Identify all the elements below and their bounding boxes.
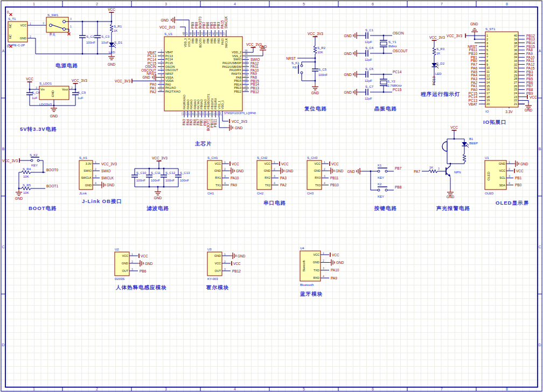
resistor-icon[interactable]	[463, 154, 466, 162]
pin-number[interactable]: 3	[131, 268, 133, 271]
pin-name[interactable]: PB11/RX	[214, 98, 217, 109]
ch1-designator[interactable]: S_CH1	[207, 156, 218, 159]
pin-number[interactable]: 17	[194, 113, 198, 116]
wire[interactable]	[39, 160, 43, 172]
pin-number[interactable]: 1	[131, 253, 133, 256]
ref-label[interactable]: S_Y1	[388, 40, 396, 44]
section-title[interactable]: 霍尔模块	[206, 284, 229, 290]
pin-name[interactable]: 1	[486, 34, 488, 37]
pin-name[interactable]: PB13	[234, 86, 241, 89]
pin-number[interactable]: 1	[161, 49, 162, 52]
border-label[interactable]: 1	[33, 2, 35, 6]
pin-number[interactable]: 25	[245, 88, 248, 92]
pin-name[interactable]: PA9/TX	[231, 72, 241, 75]
section-title[interactable]: IO拓展口	[483, 119, 507, 125]
pin-number[interactable]: 2	[71, 86, 73, 89]
io-header-designator[interactable]: S_ST1	[485, 27, 496, 31]
pin-name[interactable]: VCC	[264, 162, 270, 165]
ref-label[interactable]: 100nF	[151, 179, 160, 182]
border-label[interactable]: 1	[33, 387, 35, 391]
pin-name[interactable]: PB2/BOOT1	[207, 94, 210, 109]
section-title[interactable]: 滤波电路	[147, 205, 169, 211]
pin-number[interactable]: 37	[222, 32, 226, 35]
ref-label[interactable]: S_C8	[32, 91, 40, 94]
pin-name[interactable]: 10	[486, 66, 490, 69]
pin-number[interactable]: 4	[509, 181, 510, 185]
section-title[interactable]: 晶振电路	[374, 106, 397, 111]
net-label[interactable]: GND	[15, 197, 23, 200]
pin-number[interactable]: 4	[324, 181, 325, 185]
pin-number[interactable]: 7	[161, 70, 162, 73]
pin-number[interactable]: 15	[187, 113, 191, 116]
pin-name[interactable]: PA0	[165, 83, 171, 86]
pin-name[interactable]: PB6	[206, 38, 210, 44]
jlink-label[interactable]: JLink	[79, 192, 87, 195]
pin-number[interactable]: 14	[184, 113, 187, 116]
ch1-label[interactable]: CH1	[207, 192, 214, 195]
pin-number[interactable]: 4	[274, 181, 275, 185]
ref-label[interactable]: KEY	[378, 176, 384, 179]
pin-name[interactable]: RX1	[215, 176, 221, 179]
ref-label[interactable]: K1	[378, 164, 382, 167]
pin-number[interactable]: 1	[95, 160, 96, 164]
pin-name[interactable]: 24	[514, 92, 517, 95]
pin-name[interactable]: SWCLK	[81, 176, 92, 179]
switch-contact-icon[interactable]	[63, 20, 66, 23]
net-label[interactable]: GND	[520, 162, 528, 166]
pin-number[interactable]: 3	[324, 174, 325, 178]
pin-name[interactable]: PA2/TX/AO	[165, 90, 181, 93]
pin-number[interactable]: 46	[189, 32, 192, 35]
net-label[interactable]: BOOT1	[46, 184, 58, 188]
pin-name[interactable]: 27	[514, 81, 517, 84]
pin-name[interactable]: 39	[514, 38, 517, 41]
net-label[interactable]: 0	[7, 10, 9, 14]
pin-number[interactable]: 6	[161, 67, 162, 70]
ref-label[interactable]: S_C12	[165, 171, 176, 174]
ref-label[interactable]: S_R1	[114, 25, 122, 28]
pin-name[interactable]: 33	[514, 59, 517, 62]
net-label[interactable]: GND	[161, 18, 169, 22]
border-label[interactable]: 6	[372, 387, 374, 391]
pin-number[interactable]: 3	[36, 86, 37, 89]
io-header-label[interactable]: IO	[485, 110, 489, 113]
net-label[interactable]: PA10	[231, 176, 239, 180]
section-title[interactable]: 串口电路	[263, 200, 286, 206]
pin-number[interactable]: 3	[438, 167, 440, 170]
pin-number[interactable]: 12	[159, 88, 162, 92]
pin-number[interactable]: 18	[198, 113, 201, 116]
ref-label[interactable]: NPN	[454, 171, 461, 174]
pin-number[interactable]: 1	[30, 22, 31, 25]
ref-label[interactable]: 100nF	[318, 73, 328, 76]
pin-name[interactable]: 34	[514, 55, 517, 59]
net-label[interactable]: PC13	[432, 76, 436, 86]
pin-name[interactable]: PB7	[203, 38, 206, 44]
ldo-designator[interactable]: S_LDO1	[39, 82, 52, 85]
pin-number[interactable]: 19	[201, 113, 205, 116]
pin-name[interactable]: PA3/RX/AO	[183, 95, 186, 109]
net-label[interactable]: PB9	[526, 92, 533, 95]
net-label[interactable]: 3.3V	[505, 110, 513, 114]
section-title[interactable]: 程序运行指示灯	[420, 91, 461, 97]
pin-name[interactable]: 21	[514, 102, 517, 106]
border-label[interactable]: 7	[441, 2, 443, 6]
button-icon[interactable]	[378, 189, 380, 191]
typec-vtext[interactable]: NC	[9, 23, 12, 28]
pin-number[interactable]: 40	[212, 32, 215, 35]
ref-label[interactable]: 8MHz	[388, 45, 397, 48]
net-label[interactable]: GND	[344, 90, 352, 94]
ref-label[interactable]: LED	[435, 72, 442, 75]
pin-name[interactable]: 4	[486, 45, 488, 48]
border-label[interactable]: 5	[303, 387, 305, 391]
pin-number[interactable]: 39	[215, 32, 219, 35]
net-label[interactable]: VCC	[450, 125, 458, 129]
pin-number[interactable]: 2	[509, 167, 510, 171]
pin-number[interactable]: 1	[324, 160, 325, 164]
pin-name[interactable]: 14	[486, 81, 490, 84]
pin-number[interactable]: 41	[208, 32, 211, 35]
pin-name[interactable]: PA8	[236, 76, 241, 79]
pin-name[interactable]: 20	[486, 102, 490, 106]
pin-name[interactable]: PC14	[165, 58, 173, 61]
pin-number[interactable]: 24	[219, 113, 222, 116]
ldo-vtext[interactable]: GND	[51, 90, 54, 97]
pin-name[interactable]: 8	[486, 59, 488, 62]
